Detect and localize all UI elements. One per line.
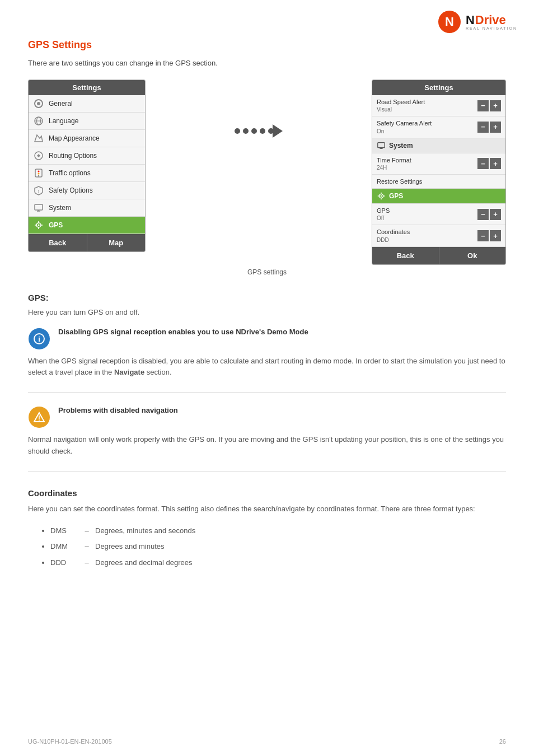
coordinates-intro: Here you can set the coordinates format.…: [28, 503, 506, 515]
settings-item-traffic-options[interactable]: Traffic options: [29, 165, 145, 182]
disabled-nav-icon: !: [29, 407, 50, 428]
road-speed-plus[interactable]: +: [490, 100, 501, 111]
settings-item-system[interactable]: System: [29, 199, 145, 217]
svg-text:!: !: [38, 189, 40, 194]
svg-rect-14: [35, 204, 43, 210]
screenshot-caption: GPS settings: [28, 268, 506, 276]
gps-toggle-controls[interactable]: − +: [477, 209, 501, 220]
traffic-options-icon: [33, 167, 44, 179]
safety-camera-minus[interactable]: −: [477, 122, 489, 133]
right-back-button[interactable]: Back: [372, 247, 439, 264]
disabled-nav-icon-wrap: !: [28, 406, 50, 428]
gps-plus[interactable]: +: [490, 209, 501, 220]
demo-mode-icon: i: [29, 328, 50, 349]
coordinates-row[interactable]: Coordinates DDD − +: [372, 225, 505, 246]
settings-item-safety-options[interactable]: ! Safety Options: [29, 182, 145, 199]
time-format-controls[interactable]: − +: [477, 158, 501, 169]
gps-section-heading: GPS:: [28, 293, 506, 302]
settings-item-routing-options[interactable]: Routing Options: [29, 147, 145, 165]
settings-item-general[interactable]: General: [29, 95, 145, 113]
footer-left: UG-N10PH-01-EN-EN-201005: [28, 738, 112, 745]
settings-item-gps[interactable]: GPS: [29, 217, 145, 234]
page-footer: UG-N10PH-01-EN-EN-201005 26: [28, 738, 506, 745]
dot-4: [260, 128, 265, 134]
logo: N N Drive REAL NAVIGATION: [438, 10, 517, 34]
disabled-nav-title: Problems with disabled navigation: [58, 406, 178, 414]
left-panel-header: Settings: [29, 80, 145, 95]
dmm-desc: Degrees and minutes: [95, 539, 165, 555]
dot-1: [235, 128, 240, 134]
coordinates-plus[interactable]: +: [490, 230, 501, 241]
gps-section-label: GPS: [377, 192, 403, 200]
left-back-button[interactable]: Back: [29, 234, 87, 251]
footer-right: 26: [499, 738, 506, 745]
gps-toggle-row[interactable]: GPS Off − +: [372, 204, 505, 225]
svg-point-27: [381, 195, 382, 197]
gps-toggle-label: GPS Off: [377, 207, 390, 222]
info-box-disabled-nav: ! Problems with disabled navigation: [28, 406, 506, 428]
left-map-button[interactable]: Map: [87, 234, 146, 251]
safety-camera-plus[interactable]: +: [490, 122, 501, 133]
settings-item-language[interactable]: Language: [29, 113, 145, 130]
coord-ddd: DDD – Degrees and decimal degrees: [50, 555, 506, 571]
disabled-nav-content: Problems with disabled navigation: [58, 406, 178, 418]
time-format-minus[interactable]: −: [477, 158, 489, 169]
svg-point-18: [38, 225, 40, 226]
arrow-head: [273, 124, 283, 138]
logo-text: N Drive REAL NAVIGATION: [466, 14, 517, 30]
gps-section-row: GPS: [372, 189, 505, 204]
svg-point-12: [38, 175, 39, 176]
system-section-label: System: [377, 141, 413, 150]
settings-item-map-appearance[interactable]: Map Appearance: [29, 130, 145, 147]
dms-desc: Degrees, minutes and seconds: [95, 523, 195, 539]
svg-point-11: [38, 173, 40, 175]
coordinates-list: DMS – Degrees, minutes and seconds DMM –…: [28, 523, 506, 571]
gps-minus[interactable]: −: [477, 209, 489, 220]
demo-mode-body: When the GPS signal reception is disable…: [28, 356, 506, 379]
divider-2: [28, 471, 506, 472]
restore-settings-row[interactable]: Restore Settings: [372, 175, 505, 189]
safety-camera-alert-row[interactable]: Safety Camera Alert On − +: [372, 116, 505, 138]
dmm-dash: –: [78, 539, 95, 555]
time-format-row[interactable]: Time Format 24H − +: [372, 153, 505, 175]
arrow-area: [225, 80, 292, 138]
ddd-desc: Degrees and decimal degrees: [95, 555, 192, 571]
right-panel-header: Settings: [372, 80, 505, 95]
svg-rect-23: [378, 142, 385, 147]
logo-drive: Drive: [475, 14, 506, 26]
safety-camera-controls[interactable]: − +: [477, 122, 501, 133]
coordinates-section: Coordinates Here you can set the coordin…: [28, 488, 506, 571]
dot-2: [243, 128, 249, 134]
svg-text:!: !: [38, 414, 40, 422]
coord-dmm: DMM – Degrees and minutes: [50, 539, 506, 555]
svg-marker-7: [35, 135, 43, 142]
dms-code: DMS: [50, 523, 78, 539]
safety-options-label: Safety Options: [49, 186, 93, 194]
language-label: Language: [49, 117, 78, 125]
coordinates-section-title: Coordinates: [28, 488, 506, 498]
road-speed-alert-row[interactable]: Road Speed Alert Visual − +: [372, 95, 505, 116]
road-speed-minus[interactable]: −: [477, 100, 489, 111]
ddd-dash: –: [78, 555, 95, 571]
dmm-code: DMM: [50, 539, 78, 555]
demo-mode-content: Disabling GPS signal reception enables y…: [58, 328, 308, 339]
routing-options-icon: [33, 150, 44, 161]
ddd-code: DDD: [50, 555, 78, 571]
coordinates-label: Coordinates DDD: [377, 228, 410, 243]
coordinates-controls[interactable]: − +: [477, 230, 501, 241]
right-ok-button[interactable]: Ok: [439, 247, 506, 264]
road-speed-alert-label: Road Speed Alert Visual: [377, 98, 425, 113]
logo-n: N: [466, 14, 475, 26]
time-format-plus[interactable]: +: [490, 158, 501, 169]
svg-text:i: i: [38, 335, 40, 343]
info-box-demo-mode: i Disabling GPS signal reception enables…: [28, 328, 506, 350]
gps-section-text: Here you can turn GPS on and off.: [28, 307, 506, 319]
arrow-dots: [235, 128, 274, 134]
right-panel-footer: Back Ok: [372, 247, 505, 264]
left-settings-panel: Settings General Language Map Appearance: [28, 80, 146, 252]
road-speed-alert-controls[interactable]: − +: [477, 100, 501, 111]
screenshots-row: Settings General Language Map Appearance: [28, 80, 506, 265]
dot-3: [251, 128, 257, 134]
coordinates-minus[interactable]: −: [477, 230, 489, 241]
map-appearance-icon: [33, 133, 44, 144]
